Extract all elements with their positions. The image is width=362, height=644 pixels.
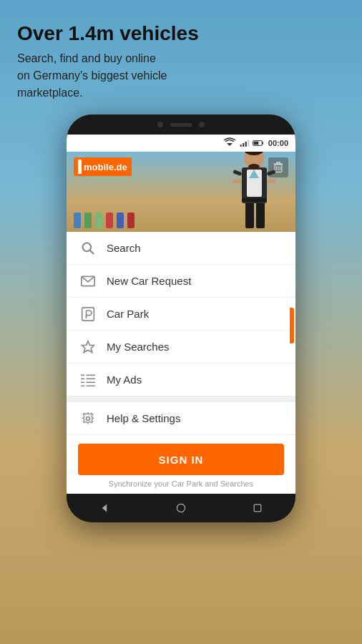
search-label: Search — [107, 242, 141, 254]
svg-rect-4 — [248, 140, 249, 147]
svg-line-28 — [90, 250, 94, 253]
subtext: Search, find and buy onlineon Germany's … — [17, 50, 199, 102]
svg-rect-23 — [267, 170, 276, 176]
menu-item-my-ads[interactable]: My Ads — [67, 364, 295, 396]
svg-rect-3 — [245, 142, 247, 147]
bag-6 — [127, 213, 134, 228]
svg-rect-24 — [233, 180, 242, 183]
search-icon — [78, 238, 98, 258]
signin-subtext: Synchronize your Car Park and Searches — [78, 479, 284, 488]
logo-text: mobile.de — [84, 162, 127, 172]
svg-rect-26 — [242, 198, 267, 202]
svg-rect-30 — [82, 307, 94, 320]
wifi-icon — [222, 136, 237, 150]
svg-point-43 — [177, 504, 185, 512]
phone-screen: mobile.de — [67, 152, 295, 494]
back-button[interactable] — [94, 497, 115, 519]
svg-point-21 — [248, 164, 260, 170]
banner-person — [228, 152, 281, 232]
svg-rect-25 — [267, 180, 275, 183]
status-bar: 00:00 — [67, 135, 295, 152]
star-icon — [78, 337, 98, 357]
menu-spacer — [67, 396, 295, 402]
new-car-request-label: New Car Request — [107, 275, 191, 287]
phone-bottom-nav — [67, 494, 295, 522]
menu-container: Search New Car Request — [67, 232, 295, 494]
recents-button[interactable] — [247, 497, 268, 519]
home-button[interactable] — [170, 497, 192, 519]
headline: Over 1.4m vehicles — [17, 21, 199, 46]
signal-icon — [240, 138, 250, 148]
svg-rect-2 — [243, 143, 244, 147]
battery-icon — [253, 139, 264, 147]
bag-4 — [106, 213, 113, 228]
svg-rect-6 — [262, 142, 263, 144]
parking-icon — [78, 304, 98, 324]
svg-rect-15 — [256, 200, 265, 228]
list-icon — [78, 370, 98, 390]
menu-item-search[interactable]: Search — [67, 232, 295, 265]
top-text-section: Over 1.4m vehicles Search, find and buy … — [17, 21, 199, 102]
svg-rect-44 — [254, 504, 261, 512]
svg-marker-32 — [82, 341, 94, 352]
svg-rect-22 — [233, 170, 242, 176]
logo-orange-bar — [78, 160, 82, 174]
my-searches-label: My Searches — [107, 341, 170, 353]
menu-item-car-park[interactable]: Car Park — [67, 298, 295, 331]
phone-top-bar — [67, 114, 295, 135]
svg-point-41 — [87, 416, 90, 420]
envelope-icon — [78, 271, 98, 291]
camera-2 — [199, 122, 205, 127]
menu-item-new-car-request[interactable]: New Car Request — [67, 265, 295, 298]
status-time: 00:00 — [268, 139, 288, 147]
car-park-label: Car Park — [107, 308, 149, 320]
bag-2 — [84, 213, 92, 228]
bag-3 — [95, 213, 102, 228]
my-ads-label: My Ads — [107, 374, 142, 386]
bag-1 — [74, 213, 81, 228]
bag-5 — [117, 213, 124, 228]
speaker — [170, 123, 192, 127]
phone-frame: 00:00 mobile.de — [67, 114, 295, 522]
menu-item-my-searches[interactable]: My Searches — [67, 331, 295, 364]
camera — [157, 122, 163, 127]
menu-item-help-settings[interactable]: Help & Settings — [67, 402, 295, 435]
bags-row — [74, 213, 134, 228]
volume-button — [290, 308, 294, 343]
signin-button[interactable]: SIGN IN — [78, 444, 284, 475]
svg-marker-42 — [102, 504, 107, 512]
mobile-de-logo: mobile.de — [74, 157, 132, 176]
svg-rect-1 — [240, 145, 242, 147]
help-settings-label: Help & Settings — [107, 412, 180, 424]
app-header: mobile.de — [67, 152, 295, 232]
svg-rect-14 — [245, 200, 254, 228]
signin-section: SIGN IN Synchronize your Car Park and Se… — [67, 435, 295, 494]
svg-marker-0 — [227, 143, 233, 146]
gear-icon — [78, 409, 98, 429]
logo-bar: mobile.de — [74, 157, 132, 176]
svg-rect-7 — [254, 142, 259, 145]
